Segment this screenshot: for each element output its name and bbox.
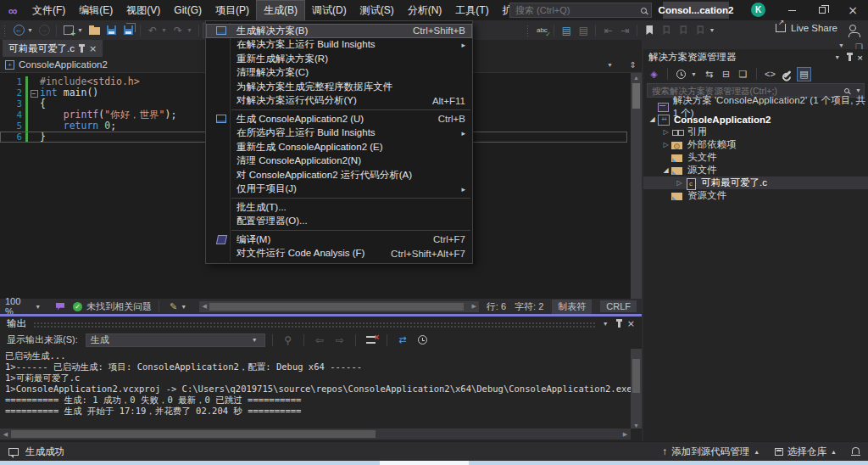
view-code-icon[interactable]: <> (763, 67, 777, 81)
output-scroll-down-icon[interactable]: ▼ (631, 423, 642, 429)
menu-item-0[interactable]: 文件(F) (25, 1, 72, 20)
build-menu-item[interactable]: 对 ConsoleApplication2 运行代码分析(A) (206, 168, 472, 182)
filter-dropdown[interactable]: ▼ (691, 71, 699, 77)
live-share-button[interactable]: Live Share (791, 23, 837, 33)
undo-dropdown[interactable]: ▼ (161, 27, 170, 33)
pending-changes-filter-icon[interactable] (674, 67, 688, 81)
build-menu-item[interactable]: 对解决方案运行代码分析(Y)Alt+F11 (206, 94, 472, 109)
redo-button[interactable]: ↷ (170, 23, 186, 38)
toolbar-grip-2[interactable] (526, 25, 530, 36)
collapse-all-icon[interactable]: ⊟ (719, 67, 733, 81)
build-menu-item[interactable]: 配置管理器(O)... (206, 215, 472, 229)
switch-views-icon[interactable]: ◈ (647, 67, 661, 81)
build-menu-item[interactable]: 清理解决方案(C) (206, 66, 472, 81)
menu-item-3[interactable]: Git(G) (167, 2, 209, 19)
output-panel-header[interactable]: 输出 ▼ × (0, 317, 642, 331)
menu-item-5[interactable]: 生成(B) (256, 0, 305, 20)
scroll-right-icon[interactable]: ▶ (469, 303, 479, 310)
clear-bookmarks-button[interactable] (693, 23, 708, 38)
new-project-dropdown[interactable]: ▼ (77, 27, 86, 33)
properties-icon[interactable] (780, 67, 794, 81)
build-menu-item[interactable]: 在解决方案上运行 Build Insights▸ (206, 38, 472, 53)
scrollbar-thumb[interactable] (632, 83, 640, 109)
close-panel-icon[interactable]: × (857, 53, 863, 63)
user-avatar[interactable]: K (751, 3, 765, 17)
build-menu-item[interactable]: 生成解决方案(B)Ctrl+Shift+B (206, 24, 472, 38)
panel-menu-dropdown[interactable]: ▼ (834, 54, 843, 60)
search-options-dropdown[interactable]: ▼ (855, 87, 864, 93)
quick-search-box[interactable] (509, 3, 652, 18)
build-menu-item[interactable]: 清理 ConsoleApplication2(N) (206, 154, 472, 169)
build-menu-item[interactable]: 仅用于项目(J)▸ (206, 182, 472, 197)
build-menu-item[interactable]: 批生成(T)... (206, 200, 472, 215)
scroll-up-icon[interactable]: ▲ (631, 73, 642, 82)
tree-expander-icon[interactable]: ▷ (660, 128, 671, 136)
tree-item[interactable]: 资源文件 (643, 189, 868, 202)
uncomment-button[interactable]: ▤ (576, 23, 591, 38)
tree-expander-icon[interactable]: ▷ (674, 179, 685, 187)
open-file-button[interactable] (86, 23, 102, 38)
show-all-files-icon[interactable]: ▤ (797, 67, 811, 81)
tree-item[interactable]: ◢源文件 (643, 164, 868, 176)
tree-item[interactable]: ▷可莉最可爱了.c (643, 176, 868, 189)
goto-message-icon[interactable]: ⚲ (281, 333, 296, 348)
clear-all-icon[interactable] (364, 333, 379, 348)
navigate-back-dropdown[interactable]: ▼ (27, 27, 36, 33)
restore-button[interactable] (807, 0, 837, 20)
toolbar-grip[interactable] (3, 25, 7, 36)
tree-item[interactable]: ▷引用 (643, 126, 868, 138)
save-all-button[interactable] (120, 23, 136, 38)
tree-expander-icon[interactable]: ◢ (660, 166, 671, 174)
scroll-left-icon[interactable]: ◀ (199, 303, 209, 310)
timestamp-icon[interactable] (415, 333, 431, 348)
output-scroll-left-icon[interactable]: ◀ (0, 431, 11, 438)
line-ending-indicator[interactable]: CRLF (600, 300, 637, 312)
navigate-back-button[interactable]: ← (11, 23, 26, 38)
word-wrap-icon[interactable]: ⇄ (395, 333, 410, 348)
select-repository-button[interactable]: 选择仓库 ▲ (775, 445, 837, 458)
next-message-icon[interactable]: ⇨ (332, 333, 348, 348)
menu-item-1[interactable]: 编辑(E) (72, 1, 120, 20)
comment-button[interactable]: ▤ (559, 23, 574, 38)
tree-item[interactable]: 解决方案 'ConsoleApplication2' (1 个项目, 共 1 个… (643, 100, 868, 113)
output-menu-dropdown[interactable]: ▼ (603, 321, 611, 327)
fold-margin[interactable]: − (28, 87, 40, 98)
navbar-dropdown-icon[interactable]: ▼ (607, 62, 613, 68)
build-menu-item[interactable]: 编译(M)Ctrl+F7 (206, 232, 472, 247)
pin-tab-icon[interactable] (81, 47, 83, 53)
indentation-indicator[interactable]: 制表符 (552, 300, 592, 314)
new-project-button[interactable] (61, 23, 76, 38)
output-horizontal-scrollbar[interactable]: ◀ ▶ (0, 429, 631, 440)
tree-expander-icon[interactable]: ▷ (660, 141, 671, 148)
build-menu-item[interactable]: 对文件运行 Code Analysis (F)Ctrl+Shift+Alt+F7 (206, 247, 472, 261)
editor-horizontal-scrollbar[interactable]: ◀ ▶ (199, 301, 479, 312)
document-tab[interactable]: 可莉最可爱了.c × (3, 40, 103, 57)
tree-expander-icon[interactable]: ◢ (647, 115, 658, 123)
close-tab-icon[interactable]: × (89, 43, 97, 54)
tree-item[interactable]: ◢ConsoleApplication2 (643, 113, 868, 126)
decrease-indent-button[interactable]: ⇤ (600, 23, 615, 38)
undo-button[interactable]: ↶ (145, 23, 160, 38)
person-icon[interactable] (849, 25, 856, 31)
search-input[interactable] (510, 5, 636, 15)
pin-panel-icon[interactable] (849, 55, 851, 61)
toggle-bookmark-button[interactable] (642, 23, 657, 38)
increase-indent-button[interactable]: ⇥ (617, 23, 632, 38)
toolbar-overflow-button[interactable]: ▼ (709, 27, 717, 33)
menu-item-6[interactable]: 调试(D) (305, 1, 353, 20)
build-menu-item[interactable]: 为解决方案生成完整程序数据库文件 (206, 80, 472, 94)
code-cleanup-dropdown[interactable]: ▼ (181, 304, 189, 310)
properties-page-icon[interactable]: ❏ (736, 67, 750, 81)
save-button[interactable] (103, 23, 119, 38)
menu-item-9[interactable]: 工具(T) (448, 1, 495, 20)
close-button[interactable]: × (837, 0, 868, 20)
code-cleanup-icon[interactable]: ✎ (170, 301, 177, 312)
feedback-icon[interactable] (56, 303, 64, 311)
pin-panel-icon[interactable] (618, 322, 620, 328)
output-vertical-scrollbar[interactable]: ▼ (631, 349, 642, 429)
split-window-handle[interactable]: ⇕ (630, 60, 637, 70)
output-source-combo[interactable]: 生成▼ (86, 333, 265, 347)
build-menu-item[interactable]: 生成 ConsoleApplication2 (U)Ctrl+B (206, 112, 472, 126)
build-menu-item[interactable]: 在所选内容上运行 Build Insights▸ (206, 126, 472, 141)
menu-item-8[interactable]: 分析(N) (401, 1, 449, 20)
